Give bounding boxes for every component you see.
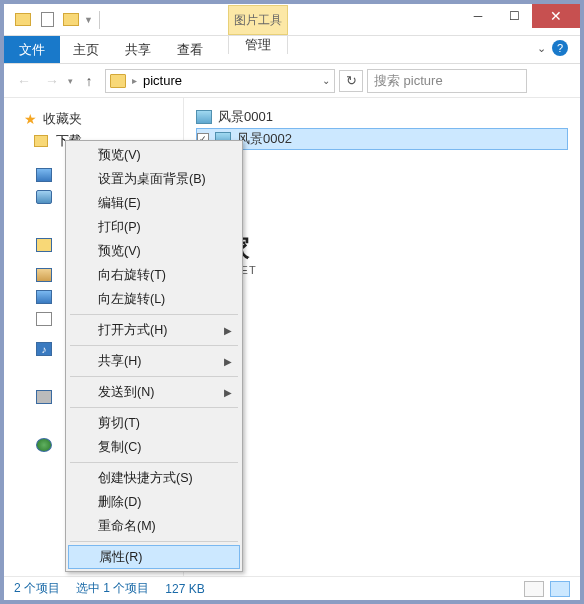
menu-item[interactable]: 复制(C) [68,435,240,459]
file-name: 风景0001 [218,108,273,126]
address-bar[interactable]: ▸ picture ⌄ [105,69,335,93]
menu-item[interactable]: 打印(P) [68,215,240,239]
menu-item[interactable]: 预览(V) [68,143,240,167]
pictures-icon [36,268,52,282]
chevron-right-icon: ▶ [224,387,232,398]
menu-separator [70,345,238,346]
file-name: 风景0002 [237,130,292,148]
refresh-button[interactable]: ↻ [339,70,363,92]
menu-separator [70,462,238,463]
history-dropdown-icon[interactable]: ▾ [68,76,73,86]
status-bar: 2 个项目 选中 1 个项目 127 KB [4,576,580,600]
menu-item[interactable]: 向右旋转(T) [68,263,240,287]
menu-separator [70,314,238,315]
file-list: 风景0001 ✓ 风景0002 [184,98,580,576]
menu-separator [70,407,238,408]
menu-item[interactable]: 编辑(E) [68,191,240,215]
tab-view[interactable]: 查看 [164,36,216,63]
search-input[interactable]: 搜索 picture [367,69,527,93]
menu-separator [70,376,238,377]
music-icon: ♪ [36,342,52,356]
address-path: picture [143,73,182,88]
ribbon-tabs: 文件 主页 共享 查看 管理 ⌄ ? [4,36,580,64]
menu-item[interactable]: 共享(H)▶ [68,349,240,373]
menu-item[interactable]: 剪切(T) [68,411,240,435]
title-bar: ▼ 图片工具 ─ ☐ ✕ [4,4,580,36]
new-folder-icon[interactable] [60,9,82,31]
image-file-icon [196,110,212,124]
qat-dropdown-icon[interactable]: ▼ [84,15,93,25]
tab-file[interactable]: 文件 [4,36,60,63]
separator [99,11,100,29]
menu-item[interactable]: 设置为桌面背景(B) [68,167,240,191]
contextual-tab-label: 图片工具 [228,5,288,35]
details-view-button[interactable] [524,581,544,597]
status-size: 127 KB [165,582,204,596]
favorites-label: 收藏夹 [43,110,82,128]
tab-share[interactable]: 共享 [112,36,164,63]
network-icon [36,438,52,452]
computer-icon [36,390,52,404]
status-selection: 选中 1 个项目 [76,580,149,597]
favorites-header[interactable]: ★ 收藏夹 [4,108,183,130]
menu-item[interactable]: 创建快捷方式(S) [68,466,240,490]
device-icon [36,190,52,204]
help-icon[interactable]: ? [552,40,568,56]
chevron-right-icon: ▶ [224,325,232,336]
folder-icon [110,74,126,88]
menu-separator [70,541,238,542]
menu-item[interactable]: 删除(D) [68,490,240,514]
folder-icon [34,135,48,147]
address-dropdown-icon[interactable]: ⌄ [322,75,330,86]
context-menu: 预览(V)设置为桌面背景(B)编辑(E)打印(P)预览(V)向右旋转(T)向左旋… [65,140,243,572]
ribbon-toggle-icon[interactable]: ⌄ [537,42,546,55]
folder-icon[interactable] [12,9,34,31]
file-item[interactable]: 风景0001 [196,106,568,128]
up-button[interactable]: ↑ [77,69,101,93]
menu-item[interactable]: 向左旋转(L) [68,287,240,311]
thumbnails-view-button[interactable] [550,581,570,597]
chevron-right-icon: ▸ [132,75,137,86]
folder-icon [36,238,52,252]
minimize-button[interactable]: ─ [460,4,496,28]
quick-access-toolbar: ▼ [4,9,104,31]
menu-item[interactable]: 属性(R) [68,545,240,569]
maximize-button[interactable]: ☐ [496,4,532,28]
tab-manage[interactable]: 管理 [228,36,288,54]
menu-item[interactable]: 打开方式(H)▶ [68,318,240,342]
properties-icon[interactable] [36,9,58,31]
drive-icon [36,168,52,182]
menu-item[interactable]: 重命名(M) [68,514,240,538]
close-button[interactable]: ✕ [532,4,580,28]
documents-icon [36,312,52,326]
videos-icon [36,290,52,304]
file-item-selected[interactable]: ✓ 风景0002 [196,128,568,150]
menu-item[interactable]: 发送到(N)▶ [68,380,240,404]
star-icon: ★ [24,111,37,127]
forward-button[interactable]: → [40,69,64,93]
navigation-bar: ← → ▾ ↑ ▸ picture ⌄ ↻ 搜索 picture [4,64,580,98]
search-placeholder: 搜索 picture [374,72,443,90]
back-button[interactable]: ← [12,69,36,93]
tab-home[interactable]: 主页 [60,36,112,63]
status-item-count: 2 个项目 [14,580,60,597]
chevron-right-icon: ▶ [224,356,232,367]
menu-item[interactable]: 预览(V) [68,239,240,263]
